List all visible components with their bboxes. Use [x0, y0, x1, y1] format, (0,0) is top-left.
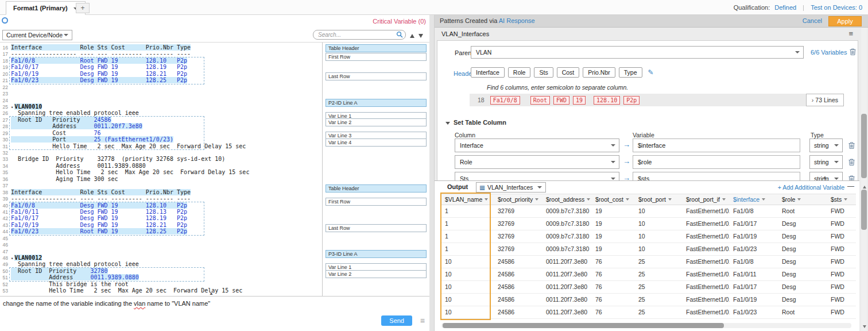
minimize-output-icon[interactable]: —: [847, 182, 854, 190]
code-line-40[interactable]: 40Fa1/0/8 Desg FWD 19 128.10 P2p: [0, 202, 322, 209]
output-horizontal-scrollbar[interactable]: [441, 323, 851, 328]
header-chip-sts[interactable]: Sts: [534, 67, 553, 78]
output-col-header-root-address[interactable]: $root_address: [542, 194, 592, 205]
code-line-24[interactable]: 24: [0, 97, 322, 103]
code-line-41[interactable]: 41Fa1/0/11 Desg FWD 19 128.13 P2p: [0, 209, 322, 215]
search-input[interactable]: [313, 30, 406, 40]
output-col-header-root-port[interactable]: $root_port: [635, 194, 683, 205]
code-line-23[interactable]: 23: [0, 90, 322, 97]
code-line-32[interactable]: 32: [0, 149, 322, 156]
variables-count-link[interactable]: 6/6 Variables: [811, 49, 847, 56]
output-table-dropdown[interactable]: ▦VLAN_Interfaces: [476, 182, 546, 193]
code-line-21[interactable]: 21Fa1/0/23 Desg FWD 19 128.25 P2p: [0, 77, 322, 83]
output-col-header-root-priority[interactable]: $root_priority: [494, 194, 542, 205]
column-select-role[interactable]: Role: [455, 155, 619, 169]
chat-input[interactable]: change the name of the variable indicati…: [3, 300, 210, 307]
output-row-7[interactable]: 10245860011.20f7.3e807625FastEthernet1/0…: [441, 281, 856, 294]
pattern-menu-icon[interactable]: ≡: [848, 29, 853, 38]
header-chip-role[interactable]: Role: [508, 67, 531, 78]
tab-format1-primary[interactable]: Format1 (Primary): [6, 1, 86, 15]
sample-token-fwd[interactable]: FWD: [553, 96, 569, 105]
code-line-44[interactable]: 44Fa1/0/23 Root FWD 19 128.25 P2p: [0, 228, 322, 234]
code-line-20[interactable]: 20Fa1/0/19 Desg FWD 19 128.21 P2p: [0, 71, 322, 77]
code-line-16[interactable]: 16Interface Role Sts Cost Prio.Nbr Type: [0, 44, 322, 51]
code-line-52[interactable]: 52 This bridge is the root: [0, 281, 322, 287]
code-line-42[interactable]: 42Fa1/0/17 Desg FWD 19 128.19 P2p: [0, 215, 322, 221]
code-line-26[interactable]: 26 Spanning tree enabled protocol ieee: [0, 110, 322, 116]
output-row-1[interactable]: 1327690009.b7c7.31801910FastEthernet1/0.…: [441, 205, 856, 218]
output-scrollbar-thumb[interactable]: [861, 190, 867, 230]
header-chip-type[interactable]: Type: [619, 67, 642, 78]
annotation-var-line-4[interactable]: Var Line 4: [326, 138, 427, 147]
type-select-interface[interactable]: string: [809, 138, 843, 152]
qualification-defined-link[interactable]: Defined: [774, 4, 796, 11]
fold-marker-icon[interactable]: ▾: [11, 256, 13, 261]
annotation-last-row[interactable]: Last Row: [326, 72, 427, 80]
output-row-8[interactable]: 10245860011.20f7.3e807625FastEthernet1/0…: [441, 294, 856, 306]
code-line-48[interactable]: 48▾VLAN0012: [0, 255, 322, 261]
header-chip-cost[interactable]: Cost: [557, 67, 580, 78]
edit-header-icon[interactable]: ✎: [648, 68, 654, 76]
code-line-35[interactable]: 35 Hello Time 2 sec Max Age 20 sec Forwa…: [0, 169, 322, 175]
code-line-45[interactable]: 45: [0, 235, 322, 241]
code-line-39[interactable]: 39------------------- ---- --- ---------…: [0, 195, 322, 202]
add-tab-button[interactable]: +: [76, 3, 90, 13]
output-row-9[interactable]: 10245860011.20f7.3e807625FastEthernet1/0…: [441, 306, 856, 319]
type-select-role[interactable]: string: [809, 155, 843, 169]
code-line-33[interactable]: 33 Bridge ID Priority 32778 (priority 32…: [0, 156, 322, 162]
code-line-27[interactable]: 27 Root ID Priority 24586: [0, 117, 322, 123]
output-col-header-root-port-if[interactable]: $root_port_if: [683, 194, 730, 205]
sample-token-p2p[interactable]: P2p: [623, 96, 640, 105]
annotation-table-header[interactable]: Table Header: [326, 44, 427, 52]
variable-input-role[interactable]: $role: [633, 155, 800, 169]
code-line-37[interactable]: 37: [0, 182, 322, 188]
variable-input-interface[interactable]: $interface: [633, 138, 800, 152]
code-line-36[interactable]: 36 Aging Time 300 sec: [0, 176, 322, 182]
header-chip-interface[interactable]: Interface: [471, 67, 505, 78]
code-line-38[interactable]: 38Interface Role Sts Cost Prio.Nbr Type: [0, 189, 322, 195]
chat-menu-icon[interactable]: ≡: [420, 316, 425, 325]
annotation-p2-id-line-a[interactable]: P2-ID Line A: [326, 99, 427, 107]
code-line-34[interactable]: 34 Address 0011.9389.0880: [0, 163, 322, 169]
add-additional-variable-link[interactable]: + Add Additional Variable: [778, 184, 844, 191]
sample-token-fa1-0-8[interactable]: Fa1/0/8: [490, 96, 520, 105]
code-line-30[interactable]: 30 Port 25 (FastEthernet1/0/23): [0, 136, 322, 143]
sample-token-root[interactable]: Root: [530, 96, 550, 105]
output-col-header-root-cost[interactable]: $root_cost: [592, 194, 635, 205]
code-line-19[interactable]: 19Fa1/0/17 Desg FWD 19 128.19 P2p: [0, 64, 322, 70]
code-line-31[interactable]: 31 Hello Time 2 sec Max Age 20 sec Forwa…: [0, 143, 322, 149]
output-col-header-interface[interactable]: $interface: [730, 194, 778, 205]
output-col-header-role[interactable]: $role: [778, 194, 827, 205]
code-line-46[interactable]: 46: [0, 241, 322, 248]
fold-marker-icon[interactable]: ▾: [11, 105, 13, 110]
column-select-interface[interactable]: Interface: [455, 138, 619, 152]
next-match-button[interactable]: [418, 32, 423, 39]
code-line-53[interactable]: 53 Hello Time 2 sec Max Age 20 sec Forwa…: [0, 287, 322, 294]
output-row-5[interactable]: 10245860011.20f7.3e807625FastEthernet1/0…: [441, 256, 856, 268]
sample-token-19[interactable]: 19: [573, 96, 586, 105]
delete-pattern-icon[interactable]: [850, 48, 856, 56]
critical-variable-link[interactable]: Critical Variable (0): [373, 18, 426, 25]
output-row-2[interactable]: 1327690009.b7c7.31801910FastEthernet1/0.…: [441, 218, 856, 230]
code-line-25[interactable]: 25▾VLAN0010: [0, 103, 322, 110]
code-line-22[interactable]: 22: [0, 84, 322, 90]
set-table-column-section[interactable]: Set Table Column: [445, 119, 506, 126]
delete-column-icon[interactable]: [848, 159, 855, 167]
output-col-header-sts[interactable]: $sts: [827, 194, 856, 205]
parent-dropdown[interactable]: VLAN: [471, 46, 804, 59]
annotation-first-row[interactable]: First Row: [326, 198, 427, 206]
annotation-var-line-2[interactable]: Var Line 2: [326, 118, 427, 126]
send-button[interactable]: Send: [381, 315, 412, 326]
ai-response-link[interactable]: AI Response: [499, 17, 535, 24]
scroll-down-icon[interactable]: [863, 322, 866, 329]
annotation-first-row[interactable]: First Row: [326, 53, 427, 61]
scroll-up-icon[interactable]: [863, 183, 866, 190]
code-line-50[interactable]: 50 Root ID Priority 32780: [0, 268, 322, 274]
code-line-49[interactable]: 49 Spanning tree enabled protocol ieee: [0, 261, 322, 267]
collapse-output-icon[interactable]: ▲: [823, 175, 827, 180]
annotation-p3-id-line-a[interactable]: P3-ID Line A: [326, 250, 427, 258]
device-node-dropdown[interactable]: Current Device/Node: [2, 30, 72, 40]
delete-column-icon[interactable]: [848, 142, 855, 150]
output-col-header-vlan-name[interactable]: $VLAN_name: [441, 194, 494, 205]
apply-button[interactable]: Apply: [828, 16, 862, 26]
